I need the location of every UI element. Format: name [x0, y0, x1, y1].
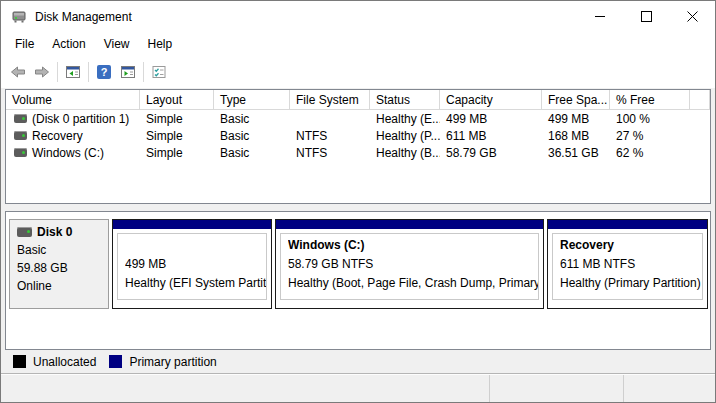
volume-pct-free: 100 % — [610, 112, 690, 126]
forward-arrow-icon — [34, 64, 50, 80]
partition-name: Recovery — [560, 236, 702, 255]
partition-size: 611 MB NTFS — [560, 255, 702, 274]
column-header-file-system[interactable]: File System — [290, 90, 370, 109]
disk-type: Basic — [17, 241, 108, 259]
back-button[interactable] — [6, 61, 30, 83]
partition-type-band — [548, 220, 707, 229]
partition-name — [125, 236, 266, 255]
volume-row-windows-c[interactable]: Windows (C:) Simple Basic NTFS Healthy (… — [6, 144, 710, 161]
toolbar-separator — [57, 62, 58, 82]
partition-size: 58.79 GB NTFS — [288, 255, 538, 274]
column-header-free-space[interactable]: Free Spa... — [542, 90, 610, 109]
close-icon — [687, 11, 698, 22]
legend-primary-partition: Primary partition — [109, 355, 216, 369]
disk-0-row: Disk 0 Basic 59.88 GB Online 499 MB Heal… — [9, 219, 710, 309]
volume-row-recovery[interactable]: Recovery Simple Basic NTFS Healthy (P...… — [6, 127, 710, 144]
menu-file[interactable]: File — [6, 34, 43, 54]
maximize-button[interactable] — [623, 1, 669, 32]
volume-type: Basic — [214, 112, 290, 126]
legend-bar: Unallocated Primary partition — [1, 350, 715, 374]
legend-label: Primary partition — [129, 355, 216, 369]
toolbar-separator — [143, 62, 144, 82]
forward-button[interactable] — [30, 61, 54, 83]
toolbar-separator — [88, 62, 89, 82]
volume-layout: Simple — [140, 146, 214, 160]
unallocated-swatch-icon — [13, 355, 26, 368]
svg-text:?: ? — [101, 66, 108, 78]
volume-capacity: 499 MB — [440, 112, 542, 126]
column-header-capacity[interactable]: Capacity — [440, 90, 542, 109]
main-content: Volume Layout Type File System Status Ca… — [1, 88, 715, 350]
disk-name: Disk 0 — [37, 225, 72, 239]
volume-status: Healthy (B... — [370, 146, 440, 160]
window-controls — [577, 1, 715, 32]
volume-free-space: 168 MB — [542, 129, 610, 143]
disk-icon — [17, 227, 32, 237]
disk-0-header[interactable]: Disk 0 Basic 59.88 GB Online — [9, 219, 109, 309]
properties-button[interactable] — [147, 61, 171, 83]
partition-status: Healthy (EFI System Partiti — [125, 274, 266, 293]
column-header-type[interactable]: Type — [214, 90, 290, 109]
console-tree-icon — [65, 64, 81, 80]
volume-status: Healthy (E... — [370, 112, 440, 126]
partition-status: Healthy (Primary Partition) — [560, 274, 702, 293]
volume-name: Recovery — [32, 129, 83, 143]
volume-icon — [14, 148, 27, 157]
column-header-status[interactable]: Status — [370, 90, 440, 109]
partition-efi[interactable]: 499 MB Healthy (EFI System Partiti — [112, 219, 272, 309]
show-action-pane-button[interactable] — [116, 61, 140, 83]
volume-type: Basic — [214, 146, 290, 160]
titlebar: Disk Management — [1, 1, 715, 32]
column-header-volume[interactable]: Volume — [6, 90, 140, 109]
partition-windows-c[interactable]: Windows (C:) 58.79 GB NTFS Healthy (Boot… — [275, 219, 544, 309]
disk-status: Online — [17, 277, 108, 295]
volume-file-system: NTFS — [290, 129, 370, 143]
volume-name: (Disk 0 partition 1) — [32, 112, 129, 126]
disk-management-window: Disk Management File Action View Help — [0, 0, 716, 403]
volume-pct-free: 62 % — [610, 146, 690, 160]
column-header-stub — [690, 90, 710, 109]
menubar: File Action View Help — [1, 32, 715, 56]
menu-action[interactable]: Action — [43, 34, 94, 54]
column-header-layout[interactable]: Layout — [140, 90, 214, 109]
partition-type-band — [276, 220, 543, 229]
volume-free-space: 499 MB — [542, 112, 610, 126]
volume-pct-free: 27 % — [610, 129, 690, 143]
menu-view[interactable]: View — [95, 34, 139, 54]
action-pane-icon — [120, 64, 136, 80]
volume-name: Windows (C:) — [32, 146, 104, 160]
partition-status: Healthy (Boot, Page File, Crash Dump, Pr… — [288, 274, 538, 293]
menu-help[interactable]: Help — [139, 34, 182, 54]
maximize-icon — [641, 11, 652, 22]
disk-management-app-icon — [11, 9, 27, 25]
partitions-strip: 499 MB Healthy (EFI System Partiti Windo… — [112, 219, 708, 309]
partition-recovery[interactable]: Recovery 611 MB NTFS Healthy (Primary Pa… — [547, 219, 708, 309]
column-header-pct-free[interactable]: % Free — [610, 90, 690, 109]
minimize-button[interactable] — [577, 1, 623, 32]
partition-name: Windows (C:) — [288, 236, 538, 255]
status-bar-section — [624, 375, 715, 402]
close-button[interactable] — [669, 1, 715, 32]
status-bar-section — [490, 375, 624, 402]
partition-type-band — [113, 220, 271, 229]
minimize-icon — [595, 16, 605, 17]
volume-layout: Simple — [140, 112, 214, 126]
volume-list-pane: Volume Layout Type File System Status Ca… — [5, 89, 711, 204]
volume-layout: Simple — [140, 129, 214, 143]
volume-capacity: 611 MB — [440, 129, 542, 143]
properties-checklist-icon — [151, 64, 167, 80]
status-bar — [1, 374, 715, 402]
legend-unallocated: Unallocated — [13, 355, 96, 369]
volume-status: Healthy (P... — [370, 129, 440, 143]
volume-row-disk0-partition1[interactable]: (Disk 0 partition 1) Simple Basic Health… — [6, 110, 710, 127]
help-button[interactable]: ? — [92, 61, 116, 83]
window-title: Disk Management — [35, 9, 577, 24]
disk-graph-pane: Disk 0 Basic 59.88 GB Online 499 MB Heal… — [5, 211, 711, 350]
back-arrow-icon — [10, 64, 26, 80]
volume-capacity: 58.79 GB — [440, 146, 542, 160]
show-console-tree-button[interactable] — [61, 61, 85, 83]
help-icon: ? — [96, 64, 112, 80]
volume-list-header: Volume Layout Type File System Status Ca… — [6, 90, 710, 110]
volume-free-space: 36.51 GB — [542, 146, 610, 160]
partition-size: 499 MB — [125, 255, 266, 274]
